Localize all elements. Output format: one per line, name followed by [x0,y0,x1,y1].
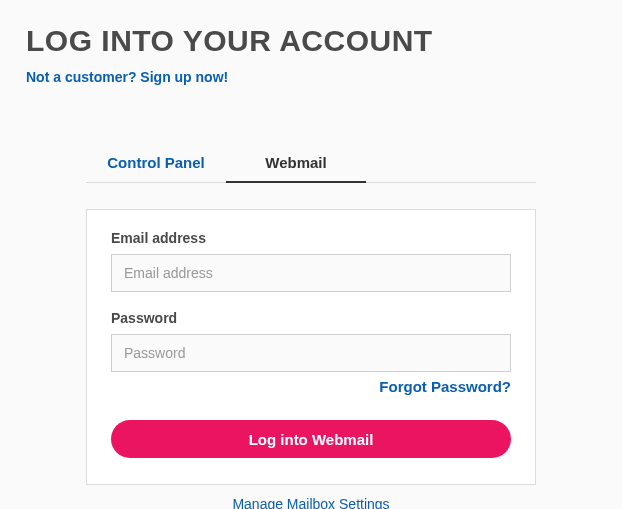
forgot-row: Forgot Password? [111,378,511,396]
password-input[interactable] [111,334,511,372]
tab-webmail[interactable]: Webmail [226,144,366,183]
email-label: Email address [111,230,511,246]
login-button[interactable]: Log into Webmail [111,420,511,458]
email-input[interactable] [111,254,511,292]
password-label: Password [111,310,511,326]
login-card: Email address Password Forgot Password? … [86,209,536,485]
below-card-row: Manage Mailbox Settings [86,495,536,509]
password-field-group: Password [111,310,511,372]
tab-control-panel[interactable]: Control Panel [86,144,226,183]
forgot-password-link[interactable]: Forgot Password? [379,378,511,395]
form-section: Email address Password Forgot Password? … [26,209,596,509]
signup-link[interactable]: Not a customer? Sign up now! [26,69,228,85]
tabs: Control Panel Webmail [86,144,536,183]
page-title: LOG INTO YOUR ACCOUNT [26,24,596,58]
email-field-group: Email address [111,230,511,292]
manage-mailbox-link[interactable]: Manage Mailbox Settings [232,496,389,509]
tabs-container: Control Panel Webmail [26,144,596,183]
